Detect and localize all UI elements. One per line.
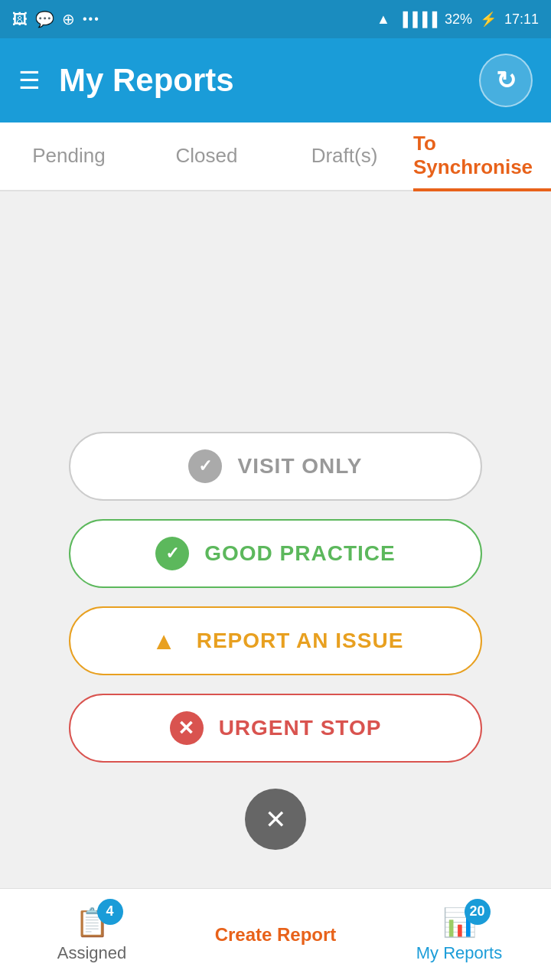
my-reports-badge: 20 bbox=[465, 899, 491, 925]
sync-button[interactable]: ↻ bbox=[479, 54, 533, 107]
close-fab-button[interactable]: ✕ bbox=[245, 789, 306, 850]
report-issue-icon: ▲ bbox=[148, 624, 181, 658]
nav-assigned[interactable]: 📋 4 Assigned bbox=[0, 906, 184, 963]
main-content: ✓ VISIT ONLY ✓ GOOD PRACTICE ▲ REPORT AN… bbox=[0, 191, 551, 888]
status-bar-left: 🖼 💬 ⊕ ••• bbox=[12, 10, 100, 28]
clock: 17:11 bbox=[504, 11, 539, 28]
good-practice-icon: ✓ bbox=[155, 537, 189, 570]
report-issue-label: REPORT AN ISSUE bbox=[197, 629, 404, 653]
location-icon: ⊕ bbox=[62, 10, 75, 28]
nav-create-report[interactable]: Create Report bbox=[184, 924, 367, 946]
status-bar: 🖼 💬 ⊕ ••• ▲ ▐▐▐▐ 32% ⚡ 17:11 bbox=[0, 0, 551, 38]
battery-percent: 32% bbox=[445, 11, 472, 28]
status-bar-right: ▲ ▐▐▐▐ 32% ⚡ 17:11 bbox=[377, 11, 539, 28]
wifi-icon: ▲ bbox=[377, 11, 390, 28]
my-reports-label: My Reports bbox=[416, 943, 502, 963]
image-icon: 🖼 bbox=[12, 11, 28, 28]
create-report-label: Create Report bbox=[215, 924, 337, 946]
tabs-bar: Pending Closed Draft(s) To Synchronise bbox=[0, 122, 551, 191]
visit-only-icon: ✓ bbox=[188, 449, 222, 483]
tab-to-synchronise[interactable]: To Synchronise bbox=[413, 122, 551, 191]
signal-icon: ▐▐▐▐ bbox=[398, 11, 437, 28]
battery-icon: ⚡ bbox=[480, 11, 497, 28]
page-title: My Reports bbox=[59, 62, 479, 99]
visit-only-button[interactable]: ✓ VISIT ONLY bbox=[69, 432, 482, 501]
tab-pending[interactable]: Pending bbox=[0, 122, 138, 191]
assigned-icon-wrapper: 📋 4 bbox=[75, 906, 109, 939]
tab-closed[interactable]: Closed bbox=[138, 122, 276, 191]
visit-only-label: VISIT ONLY bbox=[237, 454, 362, 479]
nav-my-reports[interactable]: 📊 20 My Reports bbox=[367, 906, 551, 963]
assigned-badge: 4 bbox=[97, 899, 123, 925]
tab-drafts[interactable]: Draft(s) bbox=[276, 122, 413, 191]
my-reports-icon-wrapper: 📊 20 bbox=[442, 906, 477, 939]
report-issue-button[interactable]: ▲ REPORT AN ISSUE bbox=[69, 606, 482, 675]
more-icon: ••• bbox=[83, 12, 100, 26]
close-icon: ✕ bbox=[265, 804, 286, 835]
urgent-stop-button[interactable]: ✕ URGENT STOP bbox=[69, 694, 482, 763]
assigned-label: Assigned bbox=[57, 943, 127, 963]
header: ☰ My Reports ↻ bbox=[0, 38, 551, 122]
message-icon: 💬 bbox=[35, 10, 54, 28]
sync-icon: ↻ bbox=[496, 66, 517, 95]
urgent-stop-label: URGENT STOP bbox=[219, 716, 382, 740]
good-practice-label: GOOD PRACTICE bbox=[204, 541, 395, 566]
hamburger-menu-icon[interactable]: ☰ bbox=[18, 66, 41, 95]
bottom-nav: 📋 4 Assigned Create Report 📊 20 My Repor… bbox=[0, 888, 551, 980]
urgent-stop-icon: ✕ bbox=[170, 711, 204, 745]
good-practice-button[interactable]: ✓ GOOD PRACTICE bbox=[69, 519, 482, 588]
